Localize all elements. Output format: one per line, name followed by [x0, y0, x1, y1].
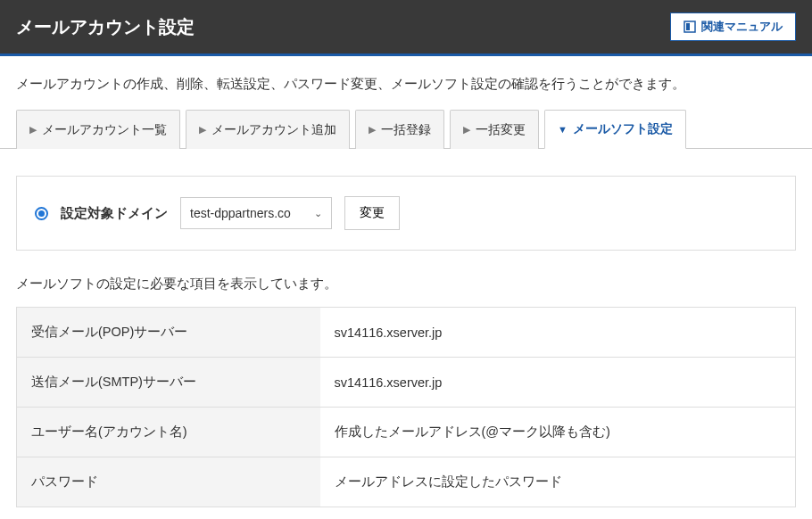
domain-select-dropdown[interactable]: test-dppartners.co ⌄	[180, 197, 332, 229]
chevron-right-icon: ▶	[463, 124, 470, 136]
table-row: ユーザー名(アカウント名) 作成したメールアドレス(@マーク以降も含む)	[17, 408, 796, 457]
change-domain-button[interactable]: 変更	[344, 196, 400, 230]
setting-key: ユーザー名(アカウント名)	[17, 408, 320, 457]
page-title: メールアカウント設定	[16, 15, 195, 39]
svg-rect-1	[686, 23, 690, 30]
related-manual-label: 関連マニュアル	[701, 19, 783, 35]
tab-mail-software-settings[interactable]: ▼ メールソフト設定	[544, 110, 686, 149]
domain-selector-label: 設定対象ドメイン	[61, 205, 168, 222]
setting-value: メールアドレスに設定したパスワード	[320, 457, 796, 507]
tab-bar: ▶ メールアカウント一覧 ▶ メールアカウント追加 ▶ 一括登録 ▶ 一括変更 …	[0, 109, 812, 149]
tab-label: メールアカウント追加	[211, 122, 336, 138]
chevron-right-icon: ▶	[369, 124, 376, 136]
setting-value: sv14116.xserver.jp	[320, 308, 796, 358]
chevron-right-icon: ▶	[199, 124, 206, 136]
setting-value: 作成したメールアドレス(@マーク以降も含む)	[320, 408, 796, 457]
tab-label: 一括登録	[381, 122, 431, 138]
tab-label: メールソフト設定	[573, 121, 673, 137]
tab-mail-account-add[interactable]: ▶ メールアカウント追加	[186, 110, 350, 149]
table-row: 受信メール(POP)サーバー sv14116.xserver.jp	[17, 308, 796, 358]
setting-key: 受信メール(POP)サーバー	[17, 308, 320, 358]
mail-settings-table: 受信メール(POP)サーバー sv14116.xserver.jp 送信メール(…	[16, 307, 796, 507]
setting-key: パスワード	[17, 457, 320, 507]
table-row: 送信メール(SMTP)サーバー sv14116.xserver.jp	[17, 358, 796, 408]
setting-key: 送信メール(SMTP)サーバー	[17, 358, 320, 408]
chevron-down-icon: ⌄	[314, 208, 322, 219]
page-description: メールアカウントの作成、削除、転送設定、パスワード変更、メールソフト設定の確認を…	[0, 56, 812, 109]
chevron-down-icon: ▼	[558, 124, 568, 135]
domain-selector-box: 設定対象ドメイン test-dppartners.co ⌄ 変更	[16, 176, 796, 251]
related-manual-button[interactable]: 関連マニュアル	[670, 12, 796, 41]
book-icon	[684, 21, 696, 33]
table-row: パスワード メールアドレスに設定したパスワード	[17, 457, 796, 507]
radio-selected-icon[interactable]	[35, 207, 48, 220]
tab-label: 一括変更	[476, 122, 526, 138]
page-header: メールアカウント設定 関連マニュアル	[0, 0, 812, 56]
chevron-right-icon: ▶	[29, 124, 37, 136]
tab-bulk-register[interactable]: ▶ 一括登録	[355, 110, 444, 149]
setting-value: sv14116.xserver.jp	[320, 358, 796, 408]
tab-bulk-change[interactable]: ▶ 一括変更	[450, 110, 539, 149]
domain-select-value: test-dppartners.co	[190, 206, 291, 220]
tab-label: メールアカウント一覧	[42, 122, 167, 138]
tab-mail-account-list[interactable]: ▶ メールアカウント一覧	[16, 110, 180, 149]
settings-description: メールソフトの設定に必要な項目を表示しています。	[0, 251, 812, 307]
